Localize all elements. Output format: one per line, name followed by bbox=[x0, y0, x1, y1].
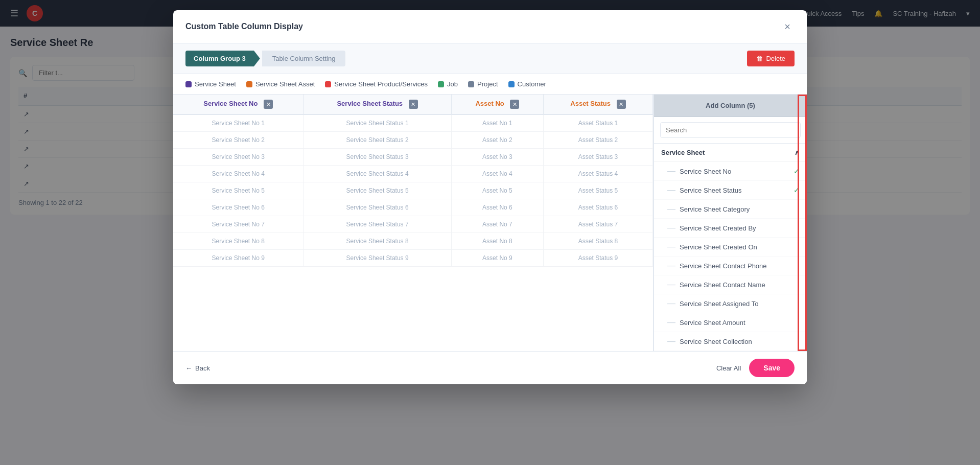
column-table: Service Sheet No ✕ Service Sheet Status … bbox=[173, 95, 653, 267]
remove-ss-no-button[interactable]: ✕ bbox=[264, 100, 273, 109]
table-cell: Service Sheet Status 1 bbox=[304, 114, 452, 132]
table-cell: Service Sheet Status 2 bbox=[304, 132, 452, 149]
col-item-label: —Service Sheet No bbox=[667, 167, 731, 176]
col-header-ss-no: Service Sheet No ✕ bbox=[173, 95, 304, 114]
col-item[interactable]: —Service Sheet Amount bbox=[654, 313, 807, 332]
group-header-service-sheet[interactable]: Service Sheet ∧ bbox=[654, 144, 807, 162]
table-area: Service Sheet No ✕ Service Sheet Status … bbox=[173, 95, 654, 351]
table-row: Service Sheet No 9Service Sheet Status 9… bbox=[173, 250, 653, 267]
legend-service-sheet-asset: Service Sheet Asset bbox=[246, 80, 315, 88]
remove-asset-no-button[interactable]: ✕ bbox=[510, 100, 519, 109]
table-cell: Service Sheet Status 4 bbox=[304, 166, 452, 182]
legend-dot-asset bbox=[246, 81, 252, 87]
table-cell: Service Sheet No 2 bbox=[173, 132, 304, 149]
step-active[interactable]: Column Group 3 bbox=[185, 51, 260, 66]
modal-footer: ← Back Clear All Save bbox=[173, 351, 807, 384]
table-cell: Asset Status 7 bbox=[543, 216, 652, 233]
legend-bar: Service Sheet Service Sheet Asset Servic… bbox=[173, 74, 807, 95]
footer-right: Clear All Save bbox=[716, 359, 795, 377]
col-item-label: —Service Sheet Contact Phone bbox=[667, 261, 767, 270]
save-button[interactable]: Save bbox=[749, 359, 795, 377]
clear-all-button[interactable]: Clear All bbox=[716, 364, 741, 372]
col-item[interactable]: —Service Sheet Status✓ bbox=[654, 181, 807, 200]
col-item[interactable]: —Service Sheet Assigned To bbox=[654, 294, 807, 313]
table-cell: Service Sheet Status 8 bbox=[304, 233, 452, 250]
legend-label-service-sheet: Service Sheet bbox=[195, 80, 236, 88]
col-item-label: —Service Sheet Status bbox=[667, 185, 741, 195]
table-cell: Service Sheet No 7 bbox=[173, 216, 304, 233]
col-item-label: —Service Sheet Created By bbox=[667, 223, 756, 232]
table-cell: Service Sheet Status 7 bbox=[304, 216, 452, 233]
add-col-list: Service Sheet ∧ —Service Sheet No✓—Servi… bbox=[654, 144, 807, 351]
step-inactive[interactable]: Table Column Setting bbox=[262, 51, 346, 66]
col-item-label: —Service Sheet Created On bbox=[667, 242, 757, 251]
legend-dot-product bbox=[325, 81, 331, 87]
modal-header: Custom Table Column Display × bbox=[173, 10, 807, 43]
table-cell: Asset No 9 bbox=[451, 250, 543, 267]
table-cell: Asset No 4 bbox=[451, 166, 543, 182]
table-cell: Asset Status 4 bbox=[543, 166, 652, 182]
table-cell: Asset Status 9 bbox=[543, 250, 652, 267]
table-cell: Service Sheet No 1 bbox=[173, 114, 304, 132]
table-cell: Asset No 3 bbox=[451, 149, 543, 166]
legend-dot-customer bbox=[508, 81, 515, 87]
col-item[interactable]: —Service Sheet Category bbox=[654, 200, 807, 219]
col-items-container: —Service Sheet No✓—Service Sheet Status✓… bbox=[654, 162, 807, 351]
col-item[interactable]: —Service Sheet No✓ bbox=[654, 162, 807, 181]
legend-dot-job bbox=[438, 81, 444, 87]
legend-service-sheet: Service Sheet bbox=[185, 80, 236, 88]
step-bar: Column Group 3 Table Column Setting 🗑 De… bbox=[173, 43, 807, 74]
table-cell: Asset Status 3 bbox=[543, 149, 652, 166]
table-cell: Service Sheet Status 5 bbox=[304, 182, 452, 199]
legend-label-product: Service Sheet Product/Services bbox=[334, 80, 428, 88]
table-cell: Asset No 5 bbox=[451, 182, 543, 199]
modal: Custom Table Column Display × Column Gro… bbox=[173, 10, 807, 384]
table-row: Service Sheet No 6Service Sheet Status 6… bbox=[173, 199, 653, 216]
column-table-body: Service Sheet No 1Service Sheet Status 1… bbox=[173, 114, 653, 267]
modal-close-button[interactable]: × bbox=[780, 19, 795, 34]
table-row: Service Sheet No 5Service Sheet Status 5… bbox=[173, 182, 653, 199]
col-header-asset-status: Asset Status ✕ bbox=[543, 95, 652, 114]
table-row: Service Sheet No 3Service Sheet Status 3… bbox=[173, 149, 653, 166]
table-cell: Asset No 7 bbox=[451, 216, 543, 233]
table-cell: Asset Status 8 bbox=[543, 233, 652, 250]
remove-ss-status-button[interactable]: ✕ bbox=[409, 100, 418, 109]
table-cell: Service Sheet No 8 bbox=[173, 233, 304, 250]
table-row: Service Sheet No 8Service Sheet Status 8… bbox=[173, 233, 653, 250]
add-col-search-input[interactable] bbox=[660, 122, 801, 138]
legend-label-customer: Customer bbox=[518, 80, 546, 88]
step-bar-right: 🗑 Delete bbox=[747, 51, 795, 66]
table-cell: Service Sheet No 5 bbox=[173, 182, 304, 199]
legend-label-project: Project bbox=[477, 80, 498, 88]
collapse-icon: ∧ bbox=[795, 149, 800, 156]
table-cell: Service Sheet No 3 bbox=[173, 149, 304, 166]
legend-label-asset: Service Sheet Asset bbox=[255, 80, 315, 88]
remove-asset-status-button[interactable]: ✕ bbox=[617, 100, 626, 109]
page-container: ☰ C Quick Access Tips 🔔 SC Training - Ha… bbox=[0, 0, 980, 465]
legend-service-product: Service Sheet Product/Services bbox=[325, 80, 428, 88]
col-item[interactable]: —Service Sheet Collection bbox=[654, 332, 807, 351]
table-cell: Asset No 2 bbox=[451, 132, 543, 149]
table-cell: Service Sheet Status 9 bbox=[304, 250, 452, 267]
legend-customer: Customer bbox=[508, 80, 546, 88]
add-col-search bbox=[654, 117, 807, 144]
back-button[interactable]: ← Back bbox=[185, 364, 210, 372]
col-item[interactable]: —Service Sheet Contact Name bbox=[654, 275, 807, 294]
legend-dot-project bbox=[468, 81, 474, 87]
back-arrow-icon: ← bbox=[185, 364, 192, 372]
trash-icon: 🗑 bbox=[756, 55, 763, 62]
col-item-label: —Service Sheet Contact Name bbox=[667, 280, 765, 289]
col-item[interactable]: —Service Sheet Created On bbox=[654, 238, 807, 257]
table-cell: Asset No 6 bbox=[451, 199, 543, 216]
table-cell: Service Sheet No 4 bbox=[173, 166, 304, 182]
col-item-label: —Service Sheet Collection bbox=[667, 337, 752, 346]
table-cell: Service Sheet Status 6 bbox=[304, 199, 452, 216]
table-cell: Service Sheet No 9 bbox=[173, 250, 304, 267]
table-cell: Asset Status 2 bbox=[543, 132, 652, 149]
table-row: Service Sheet No 4Service Sheet Status 4… bbox=[173, 166, 653, 182]
col-item[interactable]: —Service Sheet Contact Phone bbox=[654, 257, 807, 275]
delete-button[interactable]: 🗑 Delete bbox=[747, 51, 795, 66]
legend-job: Job bbox=[438, 80, 458, 88]
col-item[interactable]: —Service Sheet Created By bbox=[654, 219, 807, 238]
table-cell: Service Sheet Status 3 bbox=[304, 149, 452, 166]
